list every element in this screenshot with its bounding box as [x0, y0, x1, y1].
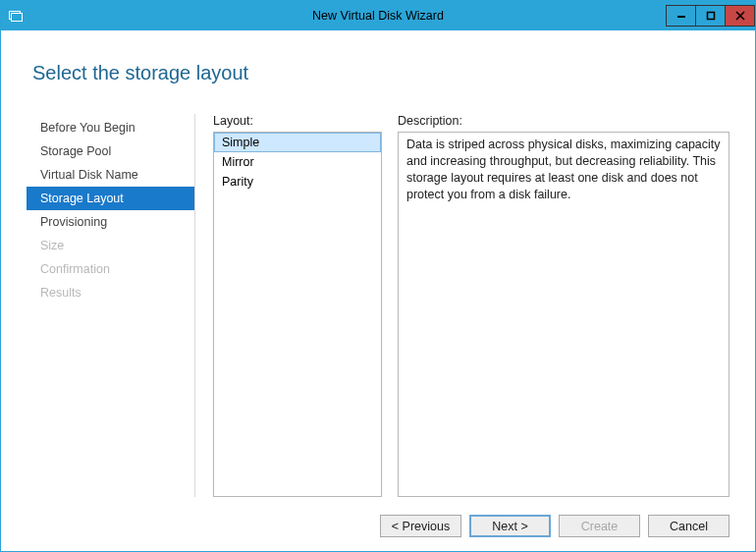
layout-column: Layout: Simple Mirror Parity	[213, 114, 382, 497]
app-icon	[1, 1, 30, 30]
main: Layout: Simple Mirror Parity Description…	[213, 114, 729, 497]
layout-item-mirror[interactable]: Mirror	[214, 152, 381, 172]
description-label: Description:	[398, 114, 729, 128]
footer: < Previous Next > Create Cancel	[27, 497, 729, 537]
page-title: Select the storage layout	[32, 62, 729, 84]
layout-item-parity[interactable]: Parity	[214, 172, 381, 192]
titlebar: New Virtual Disk Wizard	[1, 1, 755, 30]
maximize-button[interactable]	[695, 5, 726, 27]
content: Select the storage layout Before You Beg…	[1, 30, 755, 552]
window-title: New Virtual Disk Wizard	[1, 9, 755, 23]
next-button[interactable]: Next >	[469, 515, 551, 537]
sidebar-item-size: Size	[27, 234, 194, 257]
layout-label: Layout:	[213, 114, 382, 128]
sidebar-item-provisioning[interactable]: Provisioning	[27, 210, 194, 234]
minimize-button[interactable]	[666, 5, 696, 27]
sidebar-item-confirmation: Confirmation	[27, 257, 194, 281]
sidebar-item-virtual-disk-name[interactable]: Virtual Disk Name	[27, 163, 194, 187]
description-box: Data is striped across physical disks, m…	[398, 132, 729, 497]
previous-button[interactable]: < Previous	[380, 515, 461, 537]
create-button: Create	[559, 515, 640, 537]
svg-rect-1	[12, 14, 23, 22]
cancel-button[interactable]: Cancel	[648, 515, 729, 537]
sidebar-item-before-you-begin[interactable]: Before You Begin	[27, 116, 194, 139]
sidebar-item-storage-layout[interactable]: Storage Layout	[27, 187, 194, 210]
body: Before You Begin Storage Pool Virtual Di…	[27, 114, 729, 497]
sidebar-item-results: Results	[27, 281, 194, 304]
layout-list[interactable]: Simple Mirror Parity	[213, 132, 382, 497]
description-column: Description: Data is striped across phys…	[398, 114, 729, 497]
wizard-window: New Virtual Disk Wizard Select the stora…	[0, 0, 756, 552]
layout-item-simple[interactable]: Simple	[214, 133, 381, 152]
sidebar-item-storage-pool[interactable]: Storage Pool	[27, 139, 194, 163]
svg-rect-3	[707, 13, 714, 20]
close-button[interactable]	[725, 5, 755, 27]
sidebar: Before You Begin Storage Pool Virtual Di…	[27, 114, 195, 497]
window-controls	[667, 5, 755, 27]
